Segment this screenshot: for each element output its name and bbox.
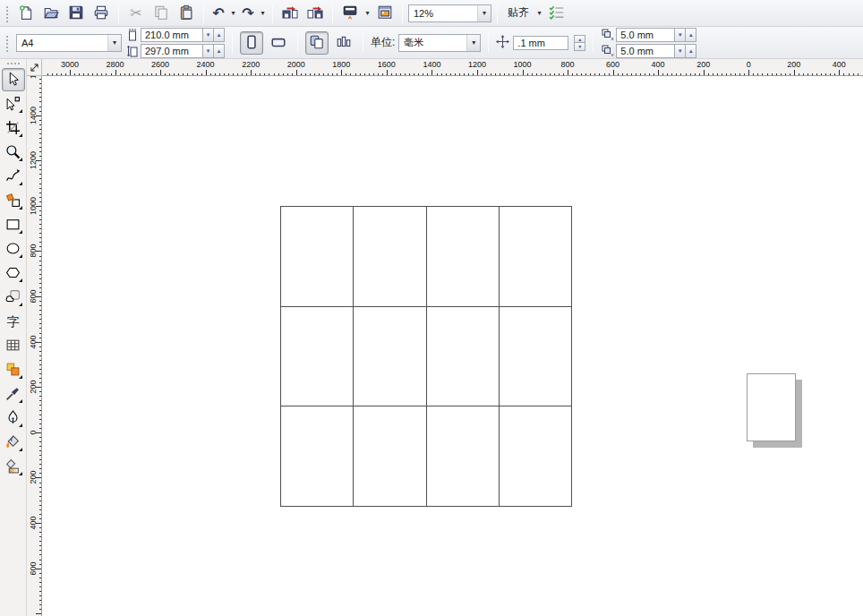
duplicate-y-spin-down[interactable]: ▾ (675, 44, 686, 58)
paper-width-spin-up[interactable]: ▴ (214, 28, 225, 42)
flyout-indicator (19, 133, 22, 137)
vertical-ruler[interactable]: 16001400120010008006004002000200400600 (27, 76, 42, 616)
drawing-canvas[interactable] (42, 76, 863, 616)
save-icon (68, 4, 84, 22)
grid-cell[interactable] (426, 406, 499, 506)
zoom-tool[interactable] (2, 141, 25, 164)
grid-cell[interactable] (280, 206, 353, 306)
pick-arrow-icon (5, 72, 21, 89)
interactive-fill-tool[interactable] (2, 455, 25, 478)
zoom-level-combo[interactable]: 12% ▾ (408, 4, 491, 22)
duplicate-y-field[interactable]: 5.0 mm (616, 44, 675, 58)
paper-size-combo[interactable]: A4 ▾ (16, 34, 122, 52)
flyout-indicator (19, 472, 22, 475)
paste-button[interactable] (175, 2, 198, 25)
rectangle-tool[interactable] (2, 213, 25, 236)
nudge-offset-field[interactable]: .1 mm (513, 36, 568, 50)
fill-tool[interactable] (2, 431, 25, 454)
outline-pen-tool[interactable] (2, 406, 25, 430)
toolbar-grip[interactable] (4, 4, 9, 22)
units-combo[interactable]: 毫米 ▾ (398, 34, 481, 52)
cut-button[interactable]: ✂ (124, 2, 148, 25)
duplicate-x-field[interactable]: 5.0 mm (616, 28, 675, 42)
landscape-orientation-button[interactable] (267, 31, 290, 55)
flyout-indicator (19, 278, 22, 282)
paper-height-icon (125, 45, 139, 57)
cut-scissors-icon: ✂ (130, 6, 141, 21)
duplicate-y-spin-up[interactable]: ▴ (686, 44, 696, 58)
redo-dropdown-caret[interactable]: ▾ (259, 10, 267, 17)
nudge-spin-down[interactable]: ▾ (574, 43, 585, 51)
separator (332, 4, 333, 23)
paper-width-field[interactable]: 210.0 mm (141, 28, 203, 42)
eyedropper-tool[interactable] (2, 382, 25, 406)
nudge-spin-up[interactable]: ▴ (574, 35, 585, 43)
flyout-indicator (19, 448, 22, 451)
current-page-size-button[interactable] (332, 31, 355, 55)
nudge-offset-icon (496, 35, 509, 50)
pick-tool[interactable] (2, 68, 25, 91)
paper-width-spin-down[interactable]: ▾ (203, 28, 214, 42)
polygon-tool[interactable] (2, 261, 25, 285)
all-pages-size-button[interactable] (305, 31, 329, 55)
duplicate-x-spin-up[interactable]: ▴ (686, 28, 696, 42)
flyout-indicator (19, 399, 22, 403)
zoom-level-value: 12% (414, 8, 433, 19)
redo-button[interactable]: ↷ (239, 2, 257, 25)
undo-dropdown-caret[interactable]: ▾ (229, 10, 237, 17)
grid-cell[interactable] (280, 406, 353, 506)
grid-cell[interactable] (426, 306, 499, 406)
copy-button[interactable] (150, 2, 173, 25)
new-document-button[interactable] (14, 2, 38, 25)
snap-to-button[interactable]: 贴齐 (503, 2, 534, 25)
grid-cell[interactable] (280, 306, 353, 406)
paper-height-spin-down[interactable]: ▾ (203, 44, 214, 58)
ellipse-tool[interactable] (2, 237, 25, 261)
paper-height-field[interactable]: 297.0 mm (141, 44, 203, 58)
undo-icon: ↶ (212, 6, 224, 21)
propbar-grip[interactable] (4, 34, 9, 52)
paper-size-value: A4 (21, 38, 33, 48)
import-button[interactable] (278, 2, 302, 25)
grid-cell[interactable] (426, 206, 499, 306)
freehand-tool[interactable] (2, 165, 25, 188)
export-button[interactable] (303, 2, 327, 25)
grid-cell[interactable] (499, 406, 571, 506)
portrait-orientation-button[interactable] (240, 31, 263, 55)
blend-tool[interactable] (2, 358, 25, 381)
shape-tool[interactable] (2, 92, 25, 116)
horizontal-ruler[interactable]: 3000280026002400220020001800160014001200… (42, 59, 863, 76)
welcome-screen-button[interactable] (373, 2, 397, 25)
grid-cell[interactable] (353, 406, 425, 506)
table-tool[interactable] (2, 334, 25, 357)
duplicate-x-icon: x (601, 29, 614, 40)
crop-tool[interactable] (2, 116, 25, 140)
smart-fill-tool[interactable] (2, 189, 25, 212)
grid-cell[interactable] (353, 306, 425, 406)
text-tool[interactable]: 字 (2, 310, 25, 333)
grid-object[interactable] (280, 206, 572, 507)
flyout-indicator (19, 375, 22, 379)
ruler-origin[interactable] (27, 59, 42, 76)
copy-icon (153, 4, 169, 22)
options-button[interactable] (545, 2, 568, 25)
snap-to-caret[interactable]: ▾ (535, 10, 543, 17)
flyout-indicator (19, 182, 22, 185)
application-launcher-button[interactable] (338, 2, 362, 25)
new-document-icon (18, 4, 34, 22)
paper-height-spin-up[interactable]: ▴ (214, 44, 225, 58)
duplicate-y-icon: y (601, 45, 614, 56)
duplicate-x-spin-down[interactable]: ▾ (675, 28, 686, 42)
undo-button[interactable]: ↶ (209, 2, 227, 25)
basic-shapes-tool[interactable] (2, 286, 25, 309)
toolbox-grip[interactable] (6, 62, 21, 65)
grid-cell[interactable] (353, 206, 425, 306)
units-value: 毫米 (404, 36, 423, 49)
grid-cell[interactable] (499, 306, 571, 406)
units-label: 单位: (371, 35, 395, 50)
grid-cell[interactable] (499, 206, 571, 306)
print-button[interactable] (90, 2, 113, 25)
save-button[interactable] (64, 2, 88, 25)
open-button[interactable] (39, 2, 63, 25)
application-launcher-caret[interactable]: ▾ (363, 10, 372, 17)
